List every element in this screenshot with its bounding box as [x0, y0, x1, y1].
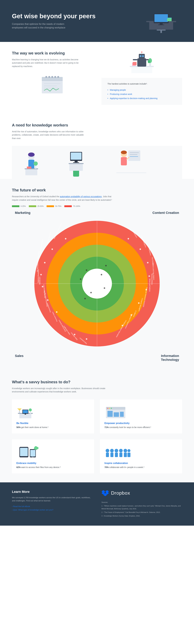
hero-section: Get wise beyond your peers Companies tha…	[0, 0, 194, 42]
svg-point-114	[80, 278, 81, 280]
legend-label-25-50: 25-50%	[37, 205, 44, 207]
legend-label-75-100: 75-100%	[73, 205, 80, 207]
savvy-body: Knowledge workers are increasingly sough…	[12, 387, 116, 394]
hero-title: Get wise beyond your peers	[12, 12, 96, 20]
legend-25-50: 25-50%	[29, 205, 44, 207]
svg-point-145	[106, 449, 109, 452]
card-mobility: Embrace mobility 62% want to access thei…	[12, 440, 94, 474]
card-collaboration-number: 70%	[104, 466, 109, 468]
footer-body: We surveyed 3,789 knowledge workers acro…	[12, 496, 93, 502]
svg-point-115	[101, 274, 102, 276]
hero-subtitle: Companies that optimize for the needs of…	[12, 22, 72, 30]
svg-point-140	[32, 456, 33, 458]
dropbox-icon	[101, 490, 109, 496]
svg-point-117	[104, 287, 105, 289]
svg-point-153	[124, 449, 127, 452]
legend-label-50-75: 50-75%	[55, 205, 61, 207]
svg-rect-134	[114, 412, 119, 417]
footer-title: Learn More	[12, 490, 93, 494]
robot-illustration	[127, 51, 157, 75]
svg-rect-152	[119, 452, 122, 457]
svg-rect-144	[35, 449, 37, 450]
evolving-left: The way we work is evolving Machine lear…	[12, 51, 93, 95]
svg-rect-29	[133, 59, 137, 60]
future-title: The future of work	[12, 188, 182, 192]
card-mobility-icon	[16, 444, 90, 459]
footer-right: Dropbox Sources: 1 - "Where machines cou…	[101, 490, 182, 518]
card-flexible-icon	[16, 404, 90, 419]
svg-point-53	[121, 150, 127, 154]
svg-rect-124	[23, 410, 28, 413]
legend-0-25: 0-25%	[12, 205, 26, 207]
svg-point-104	[147, 262, 148, 264]
calendar-illustration	[40, 74, 64, 95]
svg-rect-154	[124, 452, 127, 457]
svg-point-99	[42, 286, 43, 287]
card-collaboration-stat: 70% collaborate with 6+ people in a week…	[104, 466, 178, 469]
svg-point-102	[128, 238, 129, 240]
footer-link-2[interactable]: Quiz: What type of knowledge worker are …	[12, 509, 93, 511]
svg-point-149	[115, 449, 118, 452]
svg-point-15	[51, 76, 53, 78]
evolving-right: The hardest activities to automate inclu…	[101, 51, 182, 105]
label-sales: Sales	[15, 354, 24, 362]
card-grid: Be flexible 50% get their work done at h…	[12, 400, 182, 474]
svg-point-95	[65, 238, 66, 240]
svg-rect-139	[30, 450, 35, 456]
svg-point-111	[86, 338, 87, 340]
card-collaboration-text: collaborate with 6+ people in a week.³	[109, 466, 144, 468]
card-mobility-number: 62%	[16, 466, 21, 468]
workers-svg	[12, 148, 182, 177]
svg-text:Technical Writers: Technical Writers	[151, 274, 153, 285]
svg-point-14	[48, 76, 50, 78]
svg-point-33	[148, 60, 150, 63]
svg-rect-150	[115, 452, 118, 457]
card-productivity-stat: 71% constantly look for ways to be more …	[104, 426, 178, 429]
label-content: Content Creation	[153, 211, 179, 215]
svg-point-107	[138, 302, 140, 304]
svg-text:Statisticians: Statisticians	[39, 276, 41, 284]
svg-point-151	[119, 449, 123, 452]
evolving-title: The way we work is evolving	[12, 51, 93, 56]
card-flexible-title: Be flexible	[16, 422, 90, 424]
svg-rect-35	[133, 62, 137, 65]
footer-link-1[interactable]: Read the full eBook	[12, 505, 93, 508]
section-knowledge: A need for knowledge workers Amid the ri…	[0, 114, 194, 179]
svg-point-106	[146, 289, 147, 290]
svg-rect-22	[131, 67, 152, 73]
hero-text: Get wise beyond your peers Companies tha…	[12, 12, 96, 30]
card-productivity-text: constantly look for ways to be more effi…	[109, 426, 151, 428]
hardest-title: The hardest activities to automate inclu…	[107, 82, 176, 86]
section-savvy: What's a savvy business to do? Knowledge…	[0, 371, 194, 482]
svg-point-101	[56, 311, 57, 313]
legend-color-50-75	[47, 205, 54, 207]
svg-rect-156	[127, 452, 130, 457]
legend-color-25-50	[29, 205, 36, 207]
svg-rect-135	[120, 412, 124, 417]
card-mobility-stat: 62% want to access their files from any …	[16, 466, 90, 469]
label-marketing: Marketing	[15, 211, 30, 215]
sources-title: Sources:	[101, 501, 182, 504]
footer-left: Learn More We surveyed 3,789 knowledge w…	[12, 490, 93, 512]
future-link[interactable]: automation probability of various occupa…	[60, 195, 102, 198]
svg-text:Writers and Authors: Writers and Authors	[149, 278, 151, 292]
legend-50-75: 50-75%	[47, 205, 61, 207]
svg-point-131	[109, 408, 110, 409]
bullet-3: Applying expertise to decision-making an…	[107, 96, 176, 100]
svg-point-110	[74, 334, 75, 335]
svg-rect-3	[154, 14, 168, 22]
sources: Sources: 1 - "Where machines could repla…	[101, 501, 182, 518]
svg-point-113	[105, 265, 107, 266]
svg-point-26	[142, 55, 144, 57]
svg-rect-46	[75, 161, 78, 162]
source-2: 2 - "The Future of Employment," Carl Ben…	[101, 511, 182, 514]
svg-rect-51	[69, 164, 83, 171]
svg-point-17	[57, 76, 59, 78]
evolving-body: Machine learning is changing how we do b…	[12, 58, 87, 68]
legend-color-75-100	[64, 205, 72, 207]
svg-rect-5	[158, 24, 164, 25]
svg-rect-4	[160, 23, 163, 25]
card-productivity-title: Empower productivity	[104, 422, 178, 424]
legend-75-100: 75-100%	[64, 205, 80, 207]
source-1: 1 - "Where machines could replace humans…	[101, 504, 182, 510]
